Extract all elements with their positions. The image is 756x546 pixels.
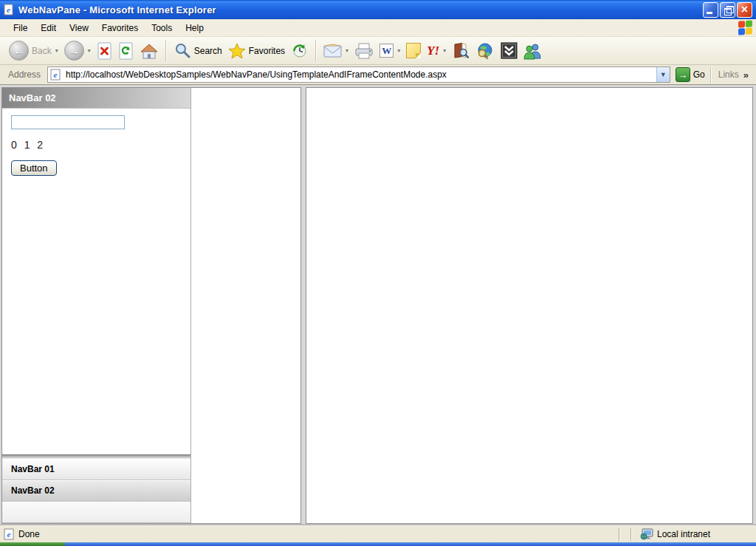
pager-links[interactable]: 0 1 2 — [11, 139, 182, 151]
standard-toolbar: ← Back ▾ → ▾ — [0, 37, 756, 65]
home-icon — [140, 42, 159, 60]
menu-tools[interactable]: Tools — [145, 21, 179, 35]
messenger-icon — [523, 42, 542, 60]
forward-icon: → — [64, 41, 84, 61]
print-button[interactable] — [351, 39, 377, 63]
menu-edit[interactable]: Edit — [34, 21, 63, 35]
home-button[interactable] — [137, 39, 162, 63]
menu-favorites[interactable]: Favorites — [95, 21, 145, 35]
refresh-button[interactable] — [115, 39, 137, 63]
title-bar: e WebNavPane - Microsoft Internet Explor… — [0, 0, 756, 19]
forward-button[interactable]: → ▾ — [61, 39, 94, 63]
menu-help[interactable]: Help — [179, 21, 210, 35]
menu-bar: File Edit View Favorites Tools Help — [0, 19, 756, 37]
yahoo-icon: Y! — [427, 44, 439, 58]
statusbar-separator — [619, 528, 620, 541]
research-icon — [452, 42, 470, 60]
restore-button[interactable] — [720, 2, 735, 18]
web-search-button[interactable] — [472, 39, 498, 63]
security-zone: Local intranet — [637, 528, 710, 540]
favorites-label: Favorites — [249, 46, 285, 56]
menu-file[interactable]: File — [7, 21, 34, 35]
close-button[interactable] — [737, 2, 752, 18]
address-url[interactable]: http://localhost/WebDesktopSamples/WebNa… — [63, 69, 656, 80]
chevrons-button[interactable] — [498, 39, 520, 63]
address-label: Address — [1, 69, 47, 80]
svg-text:e: e — [7, 530, 11, 539]
zone-label: Local intranet — [657, 529, 710, 539]
windows-logo-icon — [738, 20, 753, 35]
print-icon — [354, 42, 374, 60]
address-bar: Address e http://localhost/WebDesktopSam… — [0, 65, 756, 85]
note-icon — [406, 43, 421, 58]
search-button[interactable]: Search — [171, 39, 225, 63]
ie-app-icon: e — [3, 4, 15, 16]
go-label: Go — [693, 69, 705, 80]
go-button[interactable]: Go — [676, 67, 705, 82]
navbar-item-empty[interactable] — [2, 502, 190, 523]
toolbar-separator — [315, 40, 317, 62]
navpane-button[interactable]: Button — [11, 160, 57, 176]
favorites-button[interactable]: Favorites — [225, 39, 288, 63]
start-button-edge[interactable] — [0, 542, 65, 546]
back-label: Back — [32, 46, 52, 56]
stop-icon — [97, 42, 112, 60]
links-label: Links — [718, 69, 739, 80]
go-arrow-icon — [676, 67, 690, 82]
web-search-icon — [475, 42, 495, 60]
edit-with-word-button[interactable]: ▾ — [377, 39, 403, 63]
links-chevron-icon[interactable]: » — [743, 69, 749, 81]
back-button[interactable]: ← Back ▾ — [6, 39, 61, 63]
favorites-star-icon — [228, 42, 246, 60]
webnavpane-container: NavBar 02 0 1 2 Button NavBar 01 NavBar … — [1, 87, 301, 524]
taskbar-edge[interactable] — [0, 542, 756, 546]
messenger-button[interactable] — [520, 39, 545, 63]
yahoo-dropdown-icon[interactable]: ▾ — [443, 47, 446, 54]
back-icon: ← — [9, 41, 29, 61]
edit-word-icon — [379, 44, 394, 58]
status-text: Done — [18, 529, 40, 539]
menu-view[interactable]: View — [63, 21, 95, 35]
svg-text:e: e — [54, 70, 58, 79]
mail-dropdown-icon[interactable]: ▾ — [346, 47, 348, 54]
search-label: Search — [194, 46, 222, 56]
navpane-header[interactable]: NavBar 02 — [2, 88, 190, 109]
mail-button[interactable]: ▾ — [320, 39, 351, 63]
browser-viewport: NavBar 02 0 1 2 Button NavBar 01 NavBar … — [0, 85, 756, 525]
search-icon — [173, 42, 191, 60]
toolbar-separator — [165, 40, 167, 62]
research-button[interactable] — [449, 39, 472, 63]
svg-text:e: e — [7, 5, 10, 14]
navpane-content: 0 1 2 Button — [2, 109, 190, 454]
mail-icon — [323, 44, 342, 58]
edit-dropdown-icon[interactable]: ▾ — [397, 47, 400, 54]
status-bar: e Done Local intranet — [0, 525, 756, 542]
yahoo-button[interactable]: Y! ▾ — [424, 39, 449, 63]
address-dropdown-icon[interactable]: ▼ — [656, 67, 670, 82]
navpane-text-input[interactable] — [11, 115, 125, 129]
window-title: WebNavPane - Microsoft Internet Explorer — [18, 4, 703, 16]
nav-pane: NavBar 02 0 1 2 Button NavBar 01 NavBar … — [2, 88, 191, 523]
chevrons-icon — [501, 42, 518, 59]
navbar-item-01[interactable]: NavBar 01 — [2, 459, 190, 480]
history-icon — [291, 42, 309, 60]
content-iframe-pane — [306, 87, 753, 524]
refresh-icon — [118, 42, 134, 60]
statusbar-separator — [630, 528, 632, 541]
local-intranet-icon — [640, 528, 653, 540]
forward-dropdown-icon[interactable]: ▾ — [88, 47, 91, 54]
stop-button[interactable] — [94, 39, 115, 63]
navbar-item-02[interactable]: NavBar 02 — [2, 480, 190, 502]
links-toolbar[interactable]: Links » — [710, 66, 755, 83]
minimize-button[interactable] — [703, 2, 718, 18]
page-icon: e — [50, 69, 61, 81]
onenote-button[interactable] — [403, 39, 424, 63]
status-page-icon: e — [4, 528, 15, 540]
history-button[interactable] — [288, 39, 312, 63]
address-combo[interactable]: e http://localhost/WebDesktopSamples/Web… — [47, 66, 670, 83]
back-dropdown-icon[interactable]: ▾ — [55, 47, 58, 54]
